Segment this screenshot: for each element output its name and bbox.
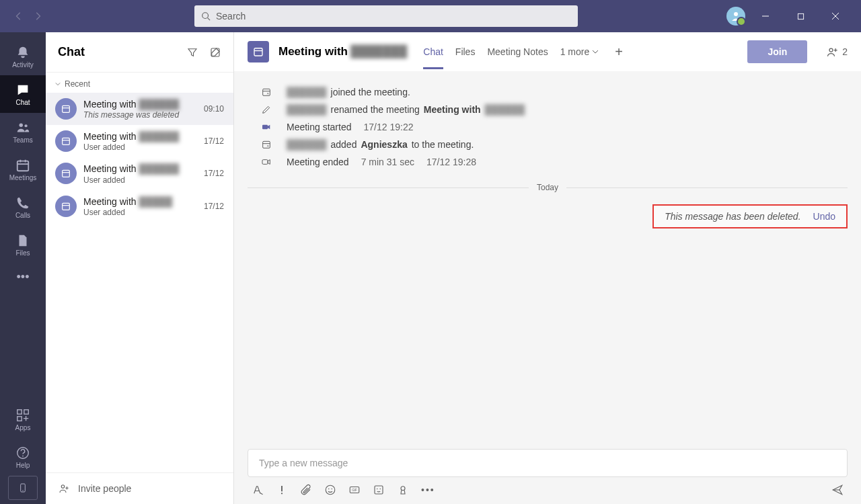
emoji-icon[interactable] <box>324 484 336 496</box>
send-icon[interactable] <box>831 484 844 496</box>
rail-teams[interactable]: Teams <box>0 113 46 151</box>
svg-point-2 <box>734 12 738 16</box>
gif-icon[interactable]: GIF <box>348 484 361 496</box>
video-icon <box>260 122 273 132</box>
svg-rect-9 <box>17 161 29 171</box>
svg-rect-21 <box>63 106 70 112</box>
svg-rect-4 <box>798 13 803 19</box>
pencil-icon <box>260 104 273 115</box>
rail-activity[interactable]: Activity <box>0 38 46 75</box>
attach-icon[interactable] <box>300 484 312 496</box>
svg-rect-38 <box>262 160 268 165</box>
priority-icon[interactable] <box>276 484 288 496</box>
titlebar: Search <box>0 0 861 32</box>
tab-chat[interactable]: Chat <box>423 34 443 69</box>
svg-rect-25 <box>63 171 70 177</box>
compose-area: Type a new message GIF ••• <box>234 442 861 504</box>
svg-rect-46 <box>375 486 383 494</box>
tab-files[interactable]: Files <box>455 34 476 69</box>
filter-icon[interactable] <box>186 46 198 58</box>
app-rail: Activity Chat Teams Meetings Calls Files… <box>0 32 46 504</box>
svg-rect-36 <box>263 141 270 148</box>
rail-help[interactable]: Help <box>0 438 46 476</box>
join-button[interactable]: Join <box>747 40 807 63</box>
nav-back[interactable] <box>11 8 27 24</box>
svg-rect-13 <box>17 409 22 413</box>
svg-rect-33 <box>263 89 270 95</box>
rail-chat[interactable]: Chat <box>0 75 46 113</box>
videoend-icon <box>260 157 273 167</box>
rail-calls[interactable]: Calls <box>0 188 46 226</box>
svg-text:GIF: GIF <box>352 489 357 492</box>
rail-apps[interactable]: Apps <box>0 401 46 438</box>
meeting-icon <box>55 98 77 120</box>
svg-point-8 <box>24 124 27 127</box>
svg-point-49 <box>401 487 405 491</box>
meeting-icon <box>55 196 77 217</box>
invite-people[interactable]: Invite people <box>46 472 233 504</box>
sticker-icon[interactable] <box>373 484 385 496</box>
search-icon <box>201 11 211 21</box>
window-close[interactable] <box>821 5 850 27</box>
conversation-item[interactable]: Meeting with██████User added 17/12 <box>46 157 233 190</box>
rail-mobile[interactable] <box>8 476 38 500</box>
nav-forward[interactable] <box>30 8 46 24</box>
profile-avatar[interactable] <box>726 7 745 26</box>
sidebar-title: Chat <box>58 45 85 59</box>
svg-point-43 <box>332 489 333 490</box>
main-panel: Meeting with ███████ Chat Files Meeting … <box>234 32 861 504</box>
svg-point-42 <box>328 489 330 490</box>
more-icon[interactable]: ••• <box>421 485 435 495</box>
praise-icon[interactable] <box>397 484 409 496</box>
meeting-icon <box>248 41 269 62</box>
svg-point-48 <box>380 489 381 490</box>
chat-header: Meeting with ███████ Chat Files Meeting … <box>234 32 861 71</box>
participants-icon <box>826 45 839 58</box>
undo-link[interactable]: Undo <box>813 211 835 222</box>
svg-rect-23 <box>63 138 70 145</box>
svg-rect-15 <box>17 416 22 420</box>
format-icon[interactable] <box>252 484 264 496</box>
conversation-time: 17/12 <box>204 202 224 211</box>
message-input[interactable]: Type a new message <box>248 449 848 477</box>
window-minimize[interactable] <box>751 5 780 27</box>
search-input[interactable]: Search <box>194 5 578 27</box>
svg-rect-35 <box>262 125 268 130</box>
date-divider: Today <box>248 183 848 192</box>
svg-rect-27 <box>63 203 70 210</box>
rail-meetings[interactable]: Meetings <box>0 151 46 188</box>
deleted-text: This message has been deleted. <box>665 211 800 222</box>
participants-button[interactable]: 2 <box>826 45 848 58</box>
svg-point-41 <box>326 485 335 495</box>
message-timeline: ██████joined the meeting.██████renamed t… <box>234 71 861 442</box>
conversation-time: 09:10 <box>204 104 224 114</box>
tab-meeting-notes[interactable]: Meeting Notes <box>487 34 548 69</box>
svg-point-32 <box>829 48 833 52</box>
meeting-icon <box>55 130 77 152</box>
svg-point-19 <box>22 490 23 491</box>
conversation-item[interactable]: Meeting with█████User added 17/12 <box>46 190 233 222</box>
system-message: Meeting ended7 min 31 sec17/12 19:28 <box>248 153 848 171</box>
conversation-time: 17/12 <box>204 136 224 146</box>
svg-line-1 <box>208 18 211 21</box>
rail-files[interactable]: Files <box>0 226 46 263</box>
tab-more[interactable]: 1 more <box>560 34 599 69</box>
new-chat-icon[interactable] <box>209 46 221 58</box>
conversation-item[interactable]: Meeting with██████User added 17/12 <box>46 125 233 157</box>
add-tab-button[interactable]: + <box>615 44 623 60</box>
meeting-icon <box>55 163 77 184</box>
svg-point-17 <box>22 455 24 456</box>
window-maximize[interactable] <box>786 5 815 27</box>
svg-point-7 <box>20 123 24 127</box>
svg-point-0 <box>202 13 209 19</box>
conversation-time: 17/12 <box>204 169 224 178</box>
rail-more[interactable]: ••• <box>0 263 46 290</box>
svg-rect-14 <box>24 409 28 413</box>
svg-rect-30 <box>254 48 262 56</box>
chat-sidebar: Chat Recent Meeting with██████This messa… <box>46 32 234 504</box>
deleted-message: This message has been deleted. Undo <box>652 204 848 228</box>
chevron-down-icon <box>592 48 599 55</box>
conversation-item[interactable]: Meeting with██████This message was delet… <box>46 93 233 125</box>
recent-section[interactable]: Recent <box>46 73 233 93</box>
join-icon <box>260 139 273 150</box>
